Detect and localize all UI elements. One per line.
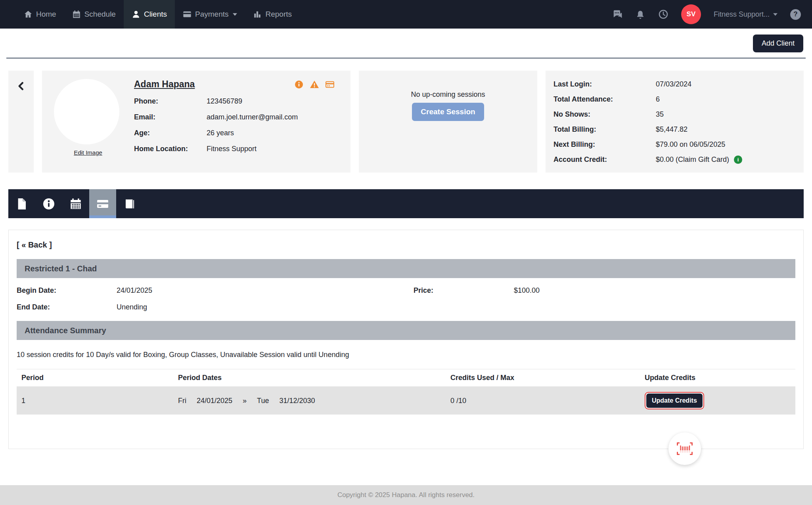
client-avatar-wrap: Edit Image: [54, 79, 122, 173]
begin-date-value: 24/01/2025: [117, 286, 414, 295]
client-section-tabs: [8, 189, 804, 218]
account-menu[interactable]: Fitness Support...: [714, 10, 778, 19]
field-label: Age:: [134, 129, 207, 137]
file-icon: [15, 198, 28, 210]
barcode-scan-button[interactable]: [668, 432, 701, 465]
home-icon: [24, 10, 33, 19]
tab-payments-active[interactable]: [89, 189, 116, 218]
add-client-button[interactable]: Add Client: [753, 35, 803, 52]
profile-field-phone: Phone: 123456789: [134, 97, 335, 106]
clock-icon[interactable]: [658, 9, 668, 19]
nav-item-clients[interactable]: Clients: [124, 0, 175, 29]
upcoming-sessions-card: No up-coming sessions Create Session: [359, 71, 537, 173]
package-title: Restricted 1 - Chad: [25, 264, 97, 273]
top-nav: Home Schedule Clients Payments Reports S…: [0, 0, 812, 29]
help-icon[interactable]: ?: [790, 9, 801, 20]
calendar-icon: [72, 10, 81, 19]
book-icon: [123, 198, 136, 210]
person-icon: [132, 10, 140, 19]
period-cell: 1: [17, 397, 178, 405]
back-arrow-button[interactable]: [8, 71, 34, 173]
to-date: 31/12/2030: [279, 397, 315, 405]
avatar[interactable]: SV: [681, 4, 701, 24]
stat-no-shows: No Shows: 35: [553, 110, 796, 119]
col-header-update-credits: Update Credits: [627, 374, 795, 382]
end-date-label: End Date:: [17, 303, 117, 311]
client-summary-row: Edit Image Adam Hapana Phone: 123456789 …: [8, 71, 804, 173]
tab-documents[interactable]: [8, 189, 35, 218]
nav-item-label: Payments: [195, 10, 228, 19]
nav-right: SV Fitness Support... ?: [612, 0, 801, 29]
credits-cell: 0 /10: [450, 397, 627, 405]
tab-schedule[interactable]: [62, 189, 89, 218]
field-label: Phone:: [134, 97, 207, 106]
back-link[interactable]: [ « Back ]: [17, 240, 52, 249]
stat-value: 6: [656, 95, 660, 104]
stat-label: Total Billing:: [553, 125, 656, 134]
package-detail-row-2: End Date: Unending: [17, 303, 795, 311]
tab-info[interactable]: [35, 189, 62, 218]
chat-icon[interactable]: [612, 9, 622, 19]
col-header-period: Period: [17, 374, 178, 382]
periods-table: Period Period Dates Credits Used / Max U…: [17, 369, 795, 415]
stat-value: 35: [656, 110, 664, 119]
periods-table-header: Period Period Dates Credits Used / Max U…: [17, 369, 795, 387]
bell-icon[interactable]: [635, 9, 645, 19]
bar-chart-icon: [253, 10, 262, 19]
stat-label: Next Billing:: [553, 140, 656, 149]
begin-date-label: Begin Date:: [17, 286, 117, 295]
payment-card-icon[interactable]: [325, 80, 335, 89]
price-label: Price:: [414, 286, 514, 295]
nav-item-reports[interactable]: Reports: [245, 0, 300, 29]
update-credits-cell: Update Credits: [627, 392, 795, 409]
field-label: Email:: [134, 113, 207, 121]
credit-card-icon: [96, 198, 109, 210]
date-separator: »: [243, 397, 247, 405]
tab-packages[interactable]: [116, 189, 143, 218]
chevron-down-icon: [233, 13, 237, 16]
create-session-button[interactable]: Create Session: [412, 103, 484, 121]
nav-item-label: Home: [36, 10, 56, 19]
stat-label: Last Login:: [553, 80, 656, 88]
stat-value: $79.00 on 06/05/2025: [656, 140, 725, 149]
edit-image-link[interactable]: Edit Image: [74, 149, 102, 156]
nav-item-payments[interactable]: Payments: [175, 0, 245, 29]
field-value: Fitness Support: [207, 145, 257, 153]
field-value: 123456789: [207, 97, 242, 106]
credits-summary-text: 10 session credits for 10 Day/s valid fo…: [17, 351, 795, 359]
field-value: 26 years: [207, 129, 234, 137]
footer: Copyright © 2025 Hapana. All rights rese…: [0, 485, 812, 505]
stat-value: $0.00 (Claim Gift Card): [656, 156, 729, 164]
col-header-period-dates: Period Dates: [178, 374, 450, 382]
stat-value: 07/03/2024: [656, 80, 691, 88]
credit-info-icon[interactable]: i: [734, 156, 742, 164]
copyright-text: Copyright © 2025 Hapana. All rights rese…: [337, 491, 475, 499]
profile-field-age: Age: 26 years: [134, 129, 335, 137]
page-header: Add Client: [0, 29, 812, 58]
nav-item-label: Schedule: [84, 10, 116, 19]
info-icon[interactable]: [294, 80, 304, 89]
client-name-link[interactable]: Adam Hapana: [134, 79, 195, 90]
client-profile-card: Edit Image Adam Hapana Phone: 123456789 …: [42, 71, 350, 173]
col-header-credits: Credits Used / Max: [450, 374, 627, 382]
header-divider: [6, 58, 806, 59]
stat-next-billing: Next Billing: $79.00 on 06/05/2025: [553, 140, 796, 149]
client-flags: [294, 80, 335, 89]
to-day: Tue: [257, 397, 269, 405]
update-credits-button[interactable]: Update Credits: [646, 394, 703, 408]
nav-item-schedule[interactable]: Schedule: [64, 0, 124, 29]
stat-last-login: Last Login: 07/03/2024: [553, 80, 796, 88]
chevron-left-icon: [16, 81, 26, 91]
field-value: adam.joel.turner@gmail.com: [207, 113, 298, 121]
package-title-bar: Restricted 1 - Chad: [17, 259, 795, 278]
credit-card-icon: [183, 10, 192, 19]
end-date-value: Unending: [117, 303, 414, 311]
nav-item-home[interactable]: Home: [16, 0, 64, 29]
barcode-icon: [676, 442, 693, 455]
stat-value: $5,447.82: [656, 125, 688, 134]
package-detail-row-1: Begin Date: 24/01/2025 Price: $100.00: [17, 286, 795, 295]
package-detail-panel: [ « Back ] Restricted 1 - Chad Begin Dat…: [8, 230, 804, 449]
stat-label: No Shows:: [553, 110, 656, 119]
client-stats-card: Last Login: 07/03/2024 Total Attendance:…: [546, 71, 804, 173]
warning-icon[interactable]: [310, 80, 319, 89]
